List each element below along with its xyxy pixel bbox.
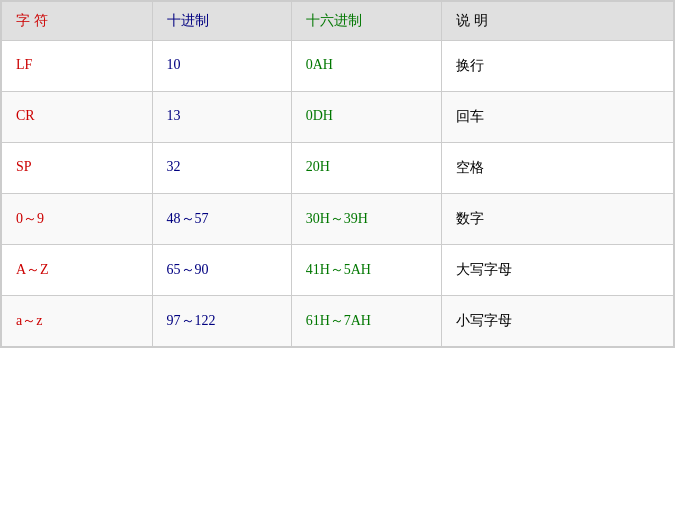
cell-desc: 大写字母 [442,245,674,296]
cell-decimal: 65～90 [152,245,291,296]
cell-desc: 回车 [442,92,674,143]
cell-char: SP [2,143,153,194]
header-decimal: 十进制 [152,2,291,41]
table-row: SP3220H空格 [2,143,674,194]
cell-hex: 30H～39H [291,194,442,245]
cell-desc: 空格 [442,143,674,194]
table-row: A～Z65～9041H～5AH大写字母 [2,245,674,296]
cell-desc: 小写字母 [442,296,674,347]
cell-decimal: 32 [152,143,291,194]
ascii-table: 字 符 十进制 十六进制 说 明 LF100AH换行CR130DH回车SP322… [0,0,675,348]
cell-char: LF [2,41,153,92]
cell-decimal: 13 [152,92,291,143]
cell-desc: 换行 [442,41,674,92]
header-char: 字 符 [2,2,153,41]
cell-desc: 数字 [442,194,674,245]
table-body: LF100AH换行CR130DH回车SP3220H空格0～948～5730H～3… [2,41,674,347]
table-row: 0～948～5730H～39H数字 [2,194,674,245]
table-row: CR130DH回车 [2,92,674,143]
header-hex: 十六进制 [291,2,442,41]
cell-decimal: 10 [152,41,291,92]
cell-decimal: 97～122 [152,296,291,347]
cell-hex: 20H [291,143,442,194]
cell-hex: 41H～5AH [291,245,442,296]
cell-hex: 0AH [291,41,442,92]
cell-hex: 61H～7AH [291,296,442,347]
table-header-row: 字 符 十进制 十六进制 说 明 [2,2,674,41]
cell-char: A～Z [2,245,153,296]
cell-char: 0～9 [2,194,153,245]
cell-char: a～z [2,296,153,347]
cell-decimal: 48～57 [152,194,291,245]
cell-char: CR [2,92,153,143]
table-row: LF100AH换行 [2,41,674,92]
table-row: a～z97～12261H～7AH小写字母 [2,296,674,347]
cell-hex: 0DH [291,92,442,143]
header-desc: 说 明 [442,2,674,41]
